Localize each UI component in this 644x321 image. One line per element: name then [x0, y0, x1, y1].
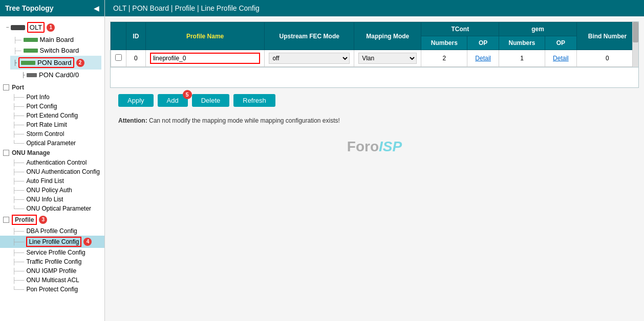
nav-label: DBA Profile Config	[26, 227, 77, 235]
breadcrumb-line-profile-config: Line Profile Config	[201, 4, 259, 12]
attention-message: Attention: Can not modify the mapping mo…	[110, 113, 639, 128]
row-id: 0	[126, 50, 146, 67]
connector: ├──	[12, 112, 24, 119]
tree-item-olt[interactable]: − OLT 1	[3, 20, 101, 34]
nav-label: ONU Authentication Config	[26, 168, 99, 175]
nav-pon-protect-config[interactable]: └── Pon Protect Config	[0, 285, 104, 294]
olt-badge: 1	[47, 24, 55, 32]
th-gem: gem	[499, 22, 577, 36]
connector: ├──	[12, 178, 24, 184]
nav-label: Port Config	[26, 103, 57, 110]
scrollbar[interactable]	[632, 22, 638, 67]
nav-label: ONU Optical Parameter	[26, 205, 91, 212]
sidebar-title: Tree Topology	[5, 4, 54, 12]
nav-service-profile-config[interactable]: ├── Service Profile Config	[0, 248, 104, 257]
add-badge: 5	[183, 90, 192, 99]
connector: ├──	[12, 239, 24, 245]
connector: ├──	[12, 277, 24, 283]
empty-rows-area	[110, 67, 639, 88]
tree-item-switch-board[interactable]: ├─ Switch Board	[10, 45, 101, 56]
tree-item-pon-board[interactable]: ├ PON Board 2	[10, 56, 101, 70]
refresh-button[interactable]: Refresh	[233, 94, 275, 107]
row-profile-name	[145, 50, 265, 67]
table-container: ID Profile Name Upstream FEC Mode Mappin…	[110, 21, 639, 67]
expand-icon: ├	[13, 60, 17, 65]
content-body: ID Profile Name Upstream FEC Mode Mappin…	[105, 16, 644, 321]
watermark: ForoISP	[110, 128, 639, 165]
section-port-items: ├── Port Info ├── Port Config ├── Port E…	[0, 93, 104, 148]
delete-button[interactable]: Delete	[192, 94, 230, 107]
section-profile-header[interactable]: Profile 3	[0, 213, 104, 226]
connector-icon: ├─	[13, 37, 22, 43]
line-profile-table: ID Profile Name Upstream FEC Mode Mappin…	[111, 22, 638, 67]
row-bind-number: 0	[576, 50, 638, 67]
section-onu-manage-header[interactable]: ONU Manage	[0, 148, 104, 158]
nav-optical-parameter[interactable]: └── Optical Parameter	[0, 139, 104, 148]
th-gem-op: OP	[545, 36, 576, 50]
nav-line-profile-config[interactable]: ├── Line Profile Config 4	[0, 236, 104, 248]
pon-board-badge: 2	[76, 59, 84, 67]
nav-port-info[interactable]: ├── Port Info	[0, 93, 104, 102]
connector: ├──	[12, 228, 24, 234]
connector: ├──	[12, 196, 24, 202]
nav-traffic-profile-config[interactable]: ├── Traffic Profile Config	[0, 257, 104, 266]
line-profile-badge: 4	[83, 238, 92, 246]
pon-card-label: PON Card0/0	[39, 71, 79, 79]
pon-board-label: PON Board	[37, 59, 71, 66]
section-checkbox	[3, 84, 9, 90]
nav-label: ONU Info List	[26, 196, 63, 203]
nav-onu-auth-config[interactable]: ├── ONU Authentication Config	[0, 167, 104, 176]
row-checkbox[interactable]	[115, 54, 122, 61]
nav-label: Auto Find List	[26, 177, 63, 185]
olt-device-icon	[11, 25, 25, 30]
section-port-header[interactable]: Port	[0, 82, 104, 93]
connector-icon: ├─	[13, 48, 22, 54]
nav-auto-find-list[interactable]: ├── Auto Find List	[0, 176, 104, 186]
gem-detail-button[interactable]: Detail	[553, 55, 569, 62]
nav-label: Pon Protect Config	[26, 286, 78, 293]
main-board-label: Main Board	[40, 36, 74, 43]
nav-onu-igmp-profile[interactable]: ├── ONU IGMP Profile	[0, 266, 104, 276]
apply-button[interactable]: Apply	[118, 94, 154, 107]
add-button[interactable]: Add 5	[158, 94, 188, 107]
tree-item-pon-card[interactable]: ├ PON Card0/0	[10, 70, 101, 80]
expand-icon: −	[6, 25, 9, 30]
nav-label: Port Extend Config	[26, 112, 78, 119]
nav-onu-info-list[interactable]: ├── ONU Info List	[0, 195, 104, 204]
upstream-fec-select[interactable]: off on	[269, 53, 350, 64]
profile-name-input[interactable]	[150, 53, 261, 64]
watermark-text1: Foro	[347, 139, 379, 154]
table-row: 0 off on	[111, 50, 638, 67]
th-profile-name[interactable]: Profile Name	[145, 22, 265, 50]
th-mapping-mode: Mapping Mode	[354, 22, 421, 50]
section-onu-manage: ONU Manage ├── Authentication Control ├─…	[0, 148, 104, 213]
sidebar-tree: − OLT 1 ├─ Main Board	[0, 16, 104, 321]
nav-storm-control[interactable]: ├── Storm Control	[0, 129, 104, 139]
tcont-detail-button[interactable]: Detail	[475, 55, 491, 62]
nav-onu-multicast-acl[interactable]: ├── ONU Multicast ACL	[0, 276, 104, 285]
nav-auth-control[interactable]: ├── Authentication Control	[0, 158, 104, 167]
nav-port-config[interactable]: ├── Port Config	[0, 102, 104, 111]
breadcrumb-pon-board: PON Board	[132, 4, 169, 12]
th-bind-number: Bind Number	[576, 22, 638, 50]
section-port: Port ├── Port Info ├── Port Config ├──	[0, 82, 104, 148]
tree-item-main-board[interactable]: ├─ Main Board	[10, 34, 101, 45]
sidebar-toggle-button[interactable]: ◀	[94, 4, 99, 12]
mapping-mode-select[interactable]: Vlan GEM TOS	[358, 53, 417, 64]
tree-root: − OLT 1 ├─ Main Board	[0, 18, 104, 82]
nav-onu-optical-param[interactable]: └── ONU Optical Parameter	[0, 204, 104, 213]
nav-port-extend-config[interactable]: ├── Port Extend Config	[0, 111, 104, 120]
th-tcont-op: OP	[467, 36, 499, 50]
nav-dba-profile-config[interactable]: ├── DBA Profile Config	[0, 226, 104, 236]
breadcrumb: OLT | PON Board | Profile | Line Profile…	[105, 0, 644, 16]
table-body: 0 off on	[111, 50, 638, 67]
row-mapping-mode: Vlan GEM TOS	[354, 50, 421, 67]
table-group-header-row: ID Profile Name Upstream FEC Mode Mappin…	[111, 22, 638, 36]
nav-label: ONU Policy Auth	[26, 187, 72, 194]
row-gem-numbers: 1	[499, 50, 545, 67]
th-id: ID	[126, 22, 146, 50]
switch-board-label: Switch Board	[40, 47, 79, 54]
nav-port-rate-limit[interactable]: ├── Port Rate Limit	[0, 120, 104, 129]
nav-onu-policy-auth[interactable]: ├── ONU Policy Auth	[0, 186, 104, 195]
profile-badge: 3	[39, 216, 47, 224]
